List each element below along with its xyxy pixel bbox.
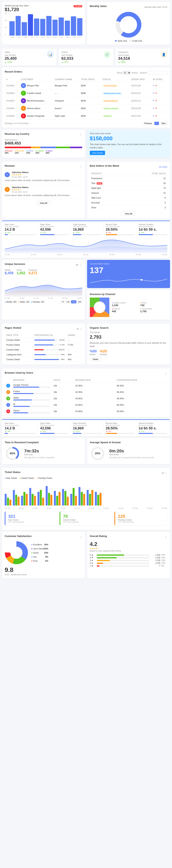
organic-title: Organic Search	[90, 327, 168, 329]
sessions-channel-card: Sessions by Channel ● Organic Search	[87, 290, 170, 320]
legend-bank: Bank Card	[115, 40, 127, 42]
recent-orders-card: Recent Orders Show 51025 entries Search:…	[2, 67, 170, 128]
unique-sessions-title: Unique Sessions	[5, 262, 25, 266]
r4-count: 1,120	[150, 557, 160, 559]
stat-orders-sublabel: Last 30 days	[61, 54, 73, 56]
ticket-refresh[interactable]: ↺	[162, 472, 164, 475]
analytics-bar-2: New Users 10% goal reached 14.2 B ▲ +8% …	[2, 419, 170, 436]
sessions-active-section: Unique Sessions ↺ ⋮ Mobile 8,458 Clicks …	[2, 260, 170, 322]
an2-val-1: 14.2 B	[5, 426, 36, 430]
edit-btn[interactable]: ✏	[153, 115, 155, 117]
overall-menu[interactable]: ⋮	[165, 536, 167, 539]
donut-chart: Bank Card Credit Card	[90, 11, 168, 42]
view-detail-btn[interactable]: View Detail	[90, 151, 105, 155]
edit-btn[interactable]: ✏	[153, 84, 155, 87]
all-sales-link[interactable]: All Sales	[159, 166, 167, 168]
x-labels: MonTueWedThuFriSatSunMonTueWedThuFri	[5, 36, 82, 38]
bs-row-armchair: Armchair 5	[90, 200, 168, 205]
ticket-solved-sub: 12% Total yesterday	[63, 521, 110, 523]
stat-sales-sublabel: Last 30 days	[5, 54, 17, 56]
svg-point-7	[94, 302, 105, 313]
stat-customers: Customers Last 30 days 34,518 ▲ 100% 👤	[115, 49, 170, 66]
review-1: V Valentino Nakos ★★★★★ 26 Jun 2020 - 02…	[5, 171, 82, 184]
pages-refresh[interactable]: ↺	[76, 327, 79, 331]
svg-point-2	[140, 279, 143, 281]
time-30d[interactable]: 30d	[71, 300, 76, 303]
br-icon-safari: S	[5, 395, 12, 402]
speed-gauge: 25%	[90, 446, 105, 461]
page-1-btn[interactable]: 1	[154, 122, 159, 125]
pages-menu[interactable]: ⋮	[80, 327, 82, 331]
mobile-stat: %80 Mobile	[90, 349, 97, 355]
organic-value: 2,793	[90, 334, 168, 340]
stat-orders-label: Orders	[61, 51, 73, 53]
bs-product-6: Armchair	[90, 200, 125, 205]
order-actions[interactable]: ✏ ✕	[151, 112, 167, 120]
speed-gauge-svg: 25%	[90, 446, 105, 461]
order-actions[interactable]: ✏ ✕	[151, 105, 167, 112]
overall-rating-card: Overall Rating ⋮ 4.2 ★★★★☆ based on user…	[87, 532, 170, 579]
edit-btn[interactable]: ✏	[153, 92, 155, 95]
delete-btn[interactable]: ✕	[155, 115, 157, 117]
rating-1: 1 ★ 7 2%	[90, 565, 168, 567]
show-label: Show 51025 entries	[117, 71, 138, 74]
edit-btn[interactable]: ✏	[153, 99, 155, 102]
tbg-7	[54, 491, 60, 505]
an-val-4: 28.50%	[106, 227, 134, 231]
view-all-reviews-btn[interactable]: View All	[36, 201, 51, 205]
delete-btn[interactable]: ✕	[155, 107, 157, 110]
order-date: 2020/12/30	[129, 82, 151, 90]
donut-legend: Bank Card Credit Card	[115, 40, 142, 42]
delete-btn[interactable]: ✕	[155, 92, 157, 95]
time-7d[interactable]: 7d	[60, 300, 65, 303]
unique-sessions-card: Unique Sessions ↺ ⋮ Mobile 8,458 Clicks …	[2, 260, 85, 320]
mobile-pct: %80	[90, 349, 97, 353]
search-input[interactable]	[148, 71, 167, 74]
r3-count: 1,120	[150, 559, 160, 561]
r2-count: 1,120	[150, 562, 160, 564]
br-conv-firefox: 99.45%	[115, 389, 167, 395]
detail-btn[interactable]: Detail	[90, 357, 101, 361]
order-customer: F Franklin Hewitt	[19, 90, 53, 97]
satisfaction-menu[interactable]: ⋮	[80, 536, 82, 539]
col-date: ORDER DATE	[129, 77, 151, 82]
order-actions[interactable]: ✏ ✕	[151, 90, 167, 97]
pages-visited-card: Pages Visited ↺ ⋮ PAGE TITLE PERCENTAGE …	[2, 323, 85, 365]
bs-row-teal: Teal NEW 32	[90, 181, 168, 186]
order-actions[interactable]: ✏ ✕	[151, 97, 167, 105]
revenue-menu[interactable]: ⋮	[79, 133, 82, 137]
pt-page-2: Product Detail	[5, 342, 33, 347]
reviews-menu[interactable]: ⋮	[79, 165, 82, 168]
sessions-menu[interactable]: ⋮	[79, 263, 82, 267]
time-60d[interactable]: 60d	[77, 300, 82, 303]
delete-btn[interactable]: ✕	[155, 99, 157, 102]
order-actions[interactable]: ✏ ✕	[151, 82, 167, 90]
r3-pct: 25%	[162, 559, 167, 561]
view-all-sellers-btn[interactable]: View All	[121, 212, 136, 216]
an2-sub-2: 50% goal reached	[40, 424, 69, 426]
browser-menu[interactable]: ⋮	[165, 372, 167, 375]
order-price: $289	[79, 82, 101, 90]
channel-organic: ● Organic Search 1,242	[112, 302, 139, 307]
reviews-title: Reviews	[5, 164, 15, 167]
sessions-refresh[interactable]: ↺	[76, 263, 78, 267]
stat-customers-sublabel: Last 30 days	[118, 54, 130, 56]
resolve-time: 7m:32s	[24, 448, 54, 454]
monthly-sales-card: Monthly Sales Average daily sales: 43.45…	[87, 2, 170, 45]
ticket-menu[interactable]: ⋮	[165, 472, 167, 475]
show-select[interactable]: 51025	[123, 71, 131, 74]
organic-search-card: Organic Search This Week 2,793 Measures …	[87, 323, 170, 365]
resolve-title: Time to Resolved Complaint	[5, 441, 82, 444]
prev-btn[interactable]: Previous	[143, 122, 154, 125]
an-change-5: ▲ +3%	[139, 231, 167, 234]
total-saves-amount: $158,000	[90, 135, 168, 142]
an2-label-2: Page Views	[40, 422, 69, 424]
next-btn[interactable]: Next	[160, 122, 167, 125]
monthly-subtitle: Average daily sales: 43.45	[145, 6, 167, 8]
an-label-2: Page Views	[40, 223, 69, 226]
delete-btn[interactable]: ✕	[155, 84, 157, 87]
time-14d[interactable]: 14d	[65, 300, 71, 303]
desktop-pct: %20	[100, 349, 107, 353]
edit-btn[interactable]: ✏	[153, 107, 155, 110]
pt-pct-5: 95%	[33, 357, 66, 362]
